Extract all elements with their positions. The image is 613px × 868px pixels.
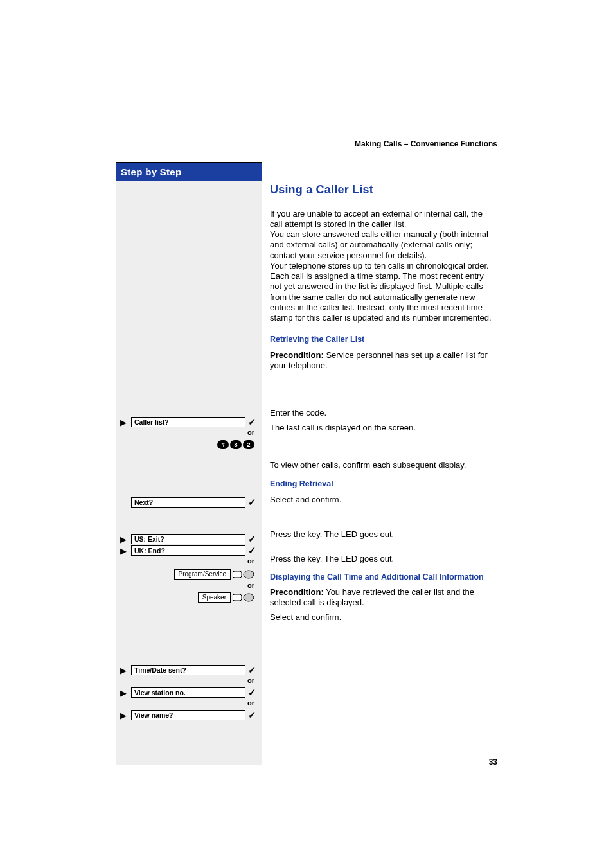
subsection-title: Displaying the Call Time and Additional … [270,572,497,583]
prompt-exit-end: ▶ US: Exit? ✓ ▶ UK: End? ✓ or [116,533,258,565]
precondition-line: Precondition: You have retrieved the cal… [270,587,497,608]
instruction-text: Press the key. The LED goes out. [270,554,497,564]
or-label: or [116,699,258,707]
prompt-caller-list: ▶ Caller list? ✓ or [116,416,258,436]
or-label: or [116,557,258,565]
display-prompt: US: Exit? [131,534,245,544]
precondition-line: Precondition: Service personnel has set … [270,350,497,371]
check-icon: ✓ [245,709,258,721]
subsection-title: Retrieving the Caller List [270,335,497,345]
prompt-next: Next? ✓ [116,497,258,508]
content-columns: Step by Step ▶ Caller list? ✓ or # 8 2 [116,162,497,765]
display-prompt: Time/Date sent? [131,665,245,675]
prompt-time-date: ▶ Time/Date sent? ✓ or [116,664,258,684]
running-header: Making Calls – Convenience Functions [355,139,497,148]
key-program-service-row: Program/Service or [116,568,258,589]
page: Making Calls – Convenience Functions Ste… [0,0,613,868]
precondition-label: Precondition: [270,587,324,597]
key-2[interactable]: 2 [243,440,254,449]
check-icon: ✓ [245,687,258,698]
or-label: or [116,581,258,589]
arrow-right-icon: ▶ [116,711,131,720]
instruction-text: Press the key. The LED goes out. [270,529,497,540]
arrow-right-icon: ▶ [116,535,131,544]
page-number: 33 [489,757,497,766]
display-prompt: UK: End? [131,545,245,556]
main-content: Using a Caller List If you are unable to… [262,162,497,765]
arrow-right-icon: ▶ [116,546,131,556]
key-8[interactable]: 8 [230,440,242,449]
check-icon: ✓ [245,664,258,676]
check-icon: ✓ [245,416,258,428]
svg-point-1 [244,571,254,578]
code-keys-row: # 8 2 [116,440,258,449]
svg-rect-0 [233,571,242,578]
step-by-step-column: Step by Step ▶ Caller list? ✓ or # 8 2 [116,162,262,765]
prompt-view-name: ▶ View name? ✓ [116,709,258,721]
key-label: Program/Service [174,569,231,580]
precondition-label: Precondition: [270,350,324,360]
arrow-right-icon: ▶ [116,688,131,698]
display-prompt: View name? [131,710,245,720]
header-rule [116,152,497,152]
svg-rect-2 [233,594,242,601]
arrow-right-icon: ▶ [116,666,131,675]
display-prompt: Next? [131,497,245,508]
arrow-right-icon: ▶ [116,418,131,427]
display-prompt: Caller list? [131,417,245,427]
prompt-view-station: ▶ View station no. ✓ or [116,687,258,707]
step-by-step-header: Step by Step [116,162,262,181]
instruction-text: The last call is displayed on the screen… [270,423,497,433]
svg-point-3 [244,594,254,601]
key-label: Speaker [198,592,231,603]
check-icon: ✓ [245,497,258,508]
subsection-title: Ending Retrieval [270,479,497,490]
key-speaker-row: Speaker [116,591,258,604]
instruction-text: Enter the code. [270,408,497,418]
section-title: Using a Caller List [270,182,497,197]
or-label: or [116,677,258,684]
key-with-led-icon[interactable] [233,570,254,579]
key-hash[interactable]: # [217,440,229,449]
check-icon: ✓ [245,545,258,556]
intro-paragraph: If you are unable to accept an external … [270,209,497,324]
display-prompt: View station no. [131,687,245,698]
check-icon: ✓ [245,533,258,545]
instruction-text: Select and confirm. [270,612,497,623]
key-with-led-icon[interactable] [233,593,254,602]
instruction-text: Select and confirm. [270,495,497,505]
or-label: or [116,429,258,436]
instruction-text: To view other calls, confirm each subseq… [270,460,497,470]
